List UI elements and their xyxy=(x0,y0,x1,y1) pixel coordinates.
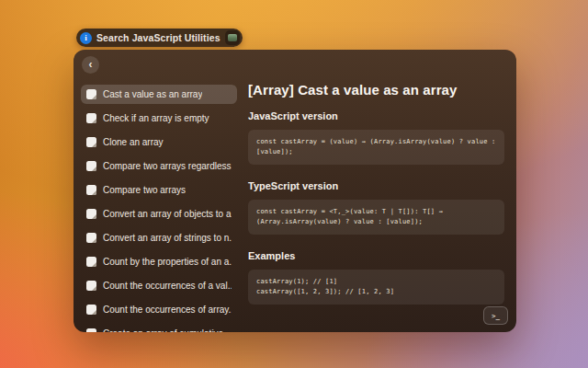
section-heading-examples: Examples xyxy=(248,250,504,261)
list-item[interactable]: Compare two arrays xyxy=(81,180,237,200)
extension-icon: i xyxy=(80,32,92,44)
document-icon xyxy=(86,328,96,332)
section-heading-typescript: TypeScript version xyxy=(248,180,504,191)
terminal-icon: >_ xyxy=(492,312,500,320)
document-icon xyxy=(86,209,96,219)
list-item[interactable]: Count by the properties of an a... xyxy=(81,252,237,271)
menubar-app-icon xyxy=(225,30,240,45)
document-icon xyxy=(86,89,96,99)
code-typescript: const castArray = <T,_>(value: T | T[]):… xyxy=(256,207,496,227)
list-item-label: Check if an array is empty xyxy=(103,113,209,123)
document-icon xyxy=(86,137,96,147)
list-item-label: Count by the properties of an a... xyxy=(103,257,232,267)
document-icon xyxy=(86,305,96,315)
document-icon xyxy=(86,185,96,195)
document-icon xyxy=(86,113,96,123)
terminal-button[interactable]: >_ xyxy=(483,306,508,325)
list-item[interactable]: Compare two arrays regardless... xyxy=(81,156,237,176)
code-block-examples: castArray(1); // [1] castArray([1, 2, 3]… xyxy=(248,270,504,305)
list-item-label: Convert an array of objects to a... xyxy=(103,209,232,219)
page-title: [Array] Cast a value as an array xyxy=(248,82,504,98)
list-item-label: Create an array of cumulative... xyxy=(103,328,232,332)
document-icon xyxy=(86,257,96,267)
list-item[interactable]: Cast a value as an array xyxy=(81,85,237,104)
launcher-pill[interactable]: i Search JavaScript Utilities xyxy=(76,29,243,47)
list-item[interactable]: Check if an array is empty xyxy=(81,109,237,128)
list-item[interactable]: Convert an array of strings to n... xyxy=(81,228,237,247)
document-icon xyxy=(86,233,96,243)
list-item[interactable]: Count the occurrences of array... xyxy=(81,300,237,319)
list-item-label: Convert an array of strings to n... xyxy=(103,233,232,243)
detail-pane: [Array] Cast a value as an array JavaScr… xyxy=(248,77,504,332)
section-heading-javascript: JavaScript version xyxy=(248,110,504,121)
utilities-list: Cast a value as an array Check if an arr… xyxy=(81,85,237,332)
document-icon xyxy=(86,161,96,171)
menubar-app-icon-glyph xyxy=(228,34,237,41)
list-item[interactable]: Clone an array xyxy=(81,132,237,152)
desktop-background: i Search JavaScript Utilities ‹ Cast a v… xyxy=(0,0,588,368)
back-button[interactable]: ‹ xyxy=(82,56,99,74)
main-window: ‹ Cast a value as an array Check if an a… xyxy=(74,50,516,332)
code-examples: castArray(1); // [1] castArray([1, 2, 3]… xyxy=(256,277,496,297)
list-item[interactable]: Convert an array of objects to a... xyxy=(81,204,237,224)
code-javascript: const castArray = (value) ⇒ (Array.isArr… xyxy=(256,137,496,157)
list-item-label: Count the occurrences of array... xyxy=(103,305,232,315)
code-block-javascript: const castArray = (value) ⇒ (Array.isArr… xyxy=(248,130,504,165)
list-item-label: Compare two arrays xyxy=(103,185,186,195)
list-item-label: Cast a value as an array xyxy=(103,89,202,99)
list-item[interactable]: Count the occurrences of a val... xyxy=(81,276,237,295)
launcher-pill-label: Search JavaScript Utilities xyxy=(96,32,220,43)
document-icon xyxy=(86,281,96,291)
list-item-label: Clone an array xyxy=(103,137,164,147)
list-item[interactable]: Create an array of cumulative... xyxy=(81,324,237,332)
list-item-label: Count the occurrences of a val... xyxy=(103,281,232,291)
list-item-label: Compare two arrays regardless... xyxy=(103,161,232,171)
code-block-typescript: const castArray = <T,_>(value: T | T[]):… xyxy=(248,200,504,235)
